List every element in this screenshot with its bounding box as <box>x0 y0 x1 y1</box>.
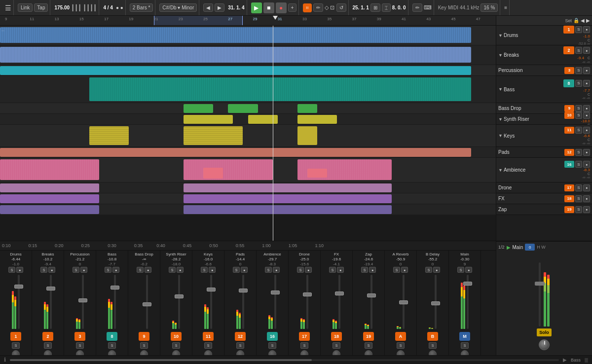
ch-fader-area-0[interactable] <box>0 273 31 331</box>
ch-s2-btn-6[interactable]: S <box>204 342 212 349</box>
more-icon[interactable]: ≡ <box>504 5 507 10</box>
ch-m-btn-7[interactable]: ● <box>241 267 248 273</box>
ch-fader-12[interactable] <box>403 275 405 329</box>
clip-bassdrop-1[interactable] <box>184 104 213 113</box>
breaks-s-button[interactable]: S <box>575 47 582 54</box>
ch-s2-btn-12[interactable]: S <box>397 342 405 349</box>
clip-fx-1[interactable] <box>0 194 99 203</box>
clip-ambience-2[interactable] <box>184 159 273 180</box>
drums-m-button[interactable]: ● <box>583 26 590 33</box>
ch-fader-area-13[interactable] <box>417 273 448 331</box>
ch-m-btn-9[interactable]: ● <box>305 267 312 273</box>
cpu-display[interactable]: 16 % <box>481 3 498 12</box>
loop-icon[interactable]: ↺ <box>336 3 346 12</box>
ch-fader-area-8[interactable] <box>257 273 288 331</box>
breaks-m-button[interactable]: ● <box>583 47 590 54</box>
master-pan-knob[interactable] <box>539 339 550 350</box>
ch-fader-area-6[interactable] <box>193 273 223 331</box>
ch-m-btn-6[interactable]: ● <box>209 267 216 273</box>
ch-s-btn-0[interactable]: S <box>8 267 15 273</box>
drone-m-button[interactable]: ● <box>583 184 590 191</box>
ch-s2-btn-8[interactable]: S <box>268 342 276 349</box>
ch-s-btn-12[interactable]: S <box>393 267 400 273</box>
ch-s-btn-11[interactable]: S <box>361 267 368 273</box>
ch-fader-8[interactable] <box>274 275 276 329</box>
ch-fader-area-14[interactable] <box>449 273 480 331</box>
ch-s-btn-14[interactable]: S <box>457 267 464 273</box>
add-button[interactable]: + <box>288 3 297 12</box>
ch-s2-btn-14[interactable]: S <box>461 342 469 349</box>
percussion-s-button[interactable]: S <box>575 67 582 74</box>
percussion-m-button[interactable]: ● <box>583 67 590 74</box>
ch-fader-area-3[interactable] <box>97 273 127 331</box>
keys-m-button[interactable]: ● <box>583 127 590 134</box>
clip-drone-2[interactable] <box>184 183 392 192</box>
ch-s2-btn-9[interactable]: S <box>300 342 308 349</box>
ch-m-btn-13[interactable]: ● <box>433 267 440 273</box>
synthriser-expand-icon[interactable]: ▼ <box>498 117 503 122</box>
tap-button[interactable]: Tap <box>34 3 48 12</box>
ch-s-btn-7[interactable]: S <box>233 267 240 273</box>
forward-button[interactable]: ▶ <box>215 3 224 12</box>
ch-fader-area-1[interactable] <box>33 273 63 331</box>
ch-fader-9[interactable] <box>306 275 308 329</box>
clip-drums-main[interactable]: ... <box>0 27 471 43</box>
ch-fader-3[interactable] <box>114 275 116 329</box>
monitor-button[interactable]: ⊞ <box>370 3 380 12</box>
bars-button[interactable]: 2 Bars * <box>130 3 153 12</box>
shapes-icon[interactable]: ◇ ⊡ <box>325 4 334 11</box>
ch-m-btn-12[interactable]: ● <box>401 267 408 273</box>
clip-bass-overlay[interactable] <box>89 77 471 101</box>
ch-s-btn-6[interactable]: S <box>201 267 208 273</box>
ch-m-btn-3[interactable]: ● <box>112 267 119 273</box>
clip-keys-3[interactable] <box>297 126 317 145</box>
ch-fader-area-2[interactable] <box>65 273 95 331</box>
ch-m-btn-5[interactable]: ● <box>177 267 184 273</box>
ch-s-btn-8[interactable]: S <box>265 267 272 273</box>
punch-button[interactable]: ⌶ <box>382 3 391 12</box>
ch-m-btn-1[interactable]: ● <box>48 267 55 273</box>
ch-s2-btn-7[interactable]: S <box>236 342 244 349</box>
ambience-s-button[interactable]: S <box>575 161 582 168</box>
bass-s-button[interactable]: S <box>575 80 582 87</box>
drums-expand-icon[interactable]: ▼ <box>498 33 503 38</box>
synthriser-m-button[interactable]: ● <box>583 112 590 119</box>
ch-fader-1[interactable] <box>50 275 52 329</box>
ch-s2-btn-3[interactable]: S <box>108 342 116 349</box>
key-select-button[interactable]: C#/Db ▾ Minor <box>159 3 197 12</box>
ch-fader-6[interactable] <box>210 275 212 329</box>
mixer-expand-icon[interactable]: ▶ <box>507 245 511 250</box>
clip-ambience-small2[interactable] <box>307 169 327 178</box>
clip-synthriser-3[interactable] <box>297 115 337 124</box>
ch-s2-btn-5[interactable]: S <box>172 342 180 349</box>
ch-s-btn-5[interactable]: S <box>169 267 176 273</box>
link-button[interactable]: Link <box>18 3 33 12</box>
pencil-button[interactable]: ✏ <box>412 3 422 12</box>
ch-fader-area-10[interactable] <box>321 273 352 331</box>
clip-drone-1[interactable] <box>0 183 99 192</box>
stop-button[interactable]: ■ <box>263 2 274 13</box>
synthriser-s-button[interactable]: S <box>575 112 582 119</box>
ch-s2-btn-0[interactable]: S <box>12 342 20 349</box>
clip-keys-2[interactable] <box>184 126 243 145</box>
ch-fader-area-5[interactable] <box>161 273 191 331</box>
ch-fader-5[interactable] <box>178 275 180 329</box>
ch-s-btn-2[interactable]: S <box>73 267 79 273</box>
ch-m-btn-2[interactable]: ● <box>80 267 87 273</box>
ch-m-btn-4[interactable]: ● <box>145 267 151 273</box>
clip-bassdrop-3[interactable] <box>297 104 317 113</box>
clip-bassdrop-2[interactable] <box>228 104 258 113</box>
bassdrop-s-button[interactable]: S <box>575 105 582 112</box>
ch-fader-2[interactable] <box>82 275 84 329</box>
ch-s2-btn-11[interactable]: S <box>365 342 372 349</box>
ch-s2-btn-2[interactable]: S <box>76 342 84 349</box>
ch-m-btn-14[interactable]: ● <box>465 267 472 273</box>
clip-ambience-1[interactable] <box>0 159 99 180</box>
ch-fader-10[interactable] <box>338 275 340 329</box>
ch-m-btn-10[interactable]: ● <box>337 267 344 273</box>
rewind-button[interactable]: ◀ <box>203 3 213 12</box>
arrow-left-icon[interactable]: ◀ <box>581 18 585 23</box>
drums-s-button[interactable]: S <box>575 26 582 33</box>
ch-m-btn-8[interactable]: ● <box>273 267 280 273</box>
bassdrop-m-button[interactable]: ● <box>583 105 590 112</box>
